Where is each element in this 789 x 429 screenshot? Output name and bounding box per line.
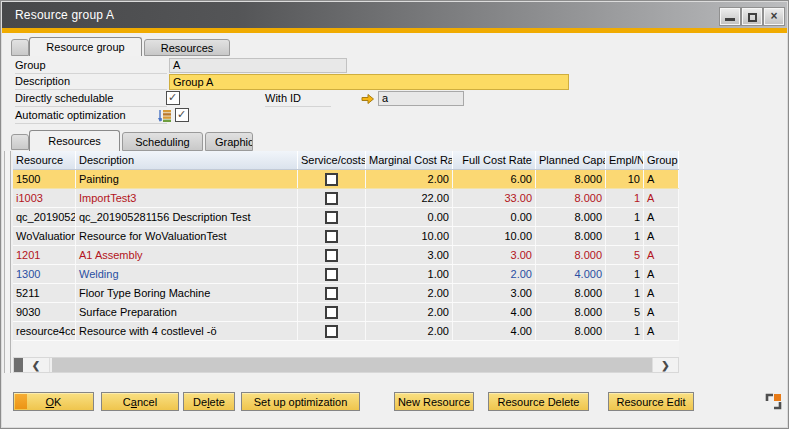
set-up-optimization-button[interactable]: Set up optimization — [241, 392, 360, 411]
column-header-marginal-cost-rate[interactable]: Marginal Cost Rate — [366, 151, 453, 169]
column-header-full-cost-rate[interactable]: Full Cost Rate — [453, 151, 536, 169]
scroll-right-button[interactable]: ❯ — [652, 358, 678, 372]
table-row[interactable]: resource4cosResource with 4 costlevel -ö… — [13, 322, 679, 341]
service-costs-checkbox[interactable] — [325, 249, 338, 262]
scrollbar-thumb[interactable] — [52, 358, 654, 372]
table-cell[interactable]: WoValuationT — [13, 227, 76, 245]
new-resource-button[interactable]: New Resource — [394, 392, 474, 411]
table-cell[interactable]: 8.000 — [536, 246, 606, 264]
table-cell[interactable]: resource4cos — [13, 322, 76, 340]
service-costs-cell[interactable] — [298, 170, 366, 188]
tab-resources[interactable]: Resources — [144, 39, 230, 56]
table-row[interactable]: 9030Surface Preparation2.004.008.0005A — [13, 303, 679, 322]
resource-edit-button[interactable]: Resource Edit — [608, 392, 694, 411]
group-field[interactable]: A — [169, 58, 347, 73]
service-costs-cell[interactable] — [298, 246, 366, 264]
table-cell[interactable]: 1 — [606, 208, 644, 226]
table-row[interactable]: i1003ImportTest322.0033.008.0001A — [13, 189, 679, 208]
service-costs-cell[interactable] — [298, 322, 366, 340]
service-costs-cell[interactable] — [298, 265, 366, 283]
resize-corner-icon[interactable] — [765, 393, 782, 410]
table-cell[interactable]: 2.00 — [366, 284, 453, 302]
table-cell[interactable]: 3.00 — [453, 246, 536, 264]
table-cell[interactable]: qc_201905281156 Description Test — [76, 208, 298, 226]
table-cell[interactable]: 4.000 — [536, 265, 606, 283]
table-cell[interactable]: 2.00 — [366, 322, 453, 340]
table-cell[interactable]: A — [644, 189, 679, 207]
with-id-field[interactable]: a — [378, 91, 464, 106]
resource-delete-button[interactable]: Resource Delete — [488, 392, 589, 411]
scrollbar-position-block[interactable] — [14, 358, 23, 372]
maximize-button[interactable] — [742, 8, 762, 25]
table-cell[interactable]: ImportTest3 — [76, 189, 298, 207]
sub-tab-graphic[interactable]: Graphic — [205, 132, 253, 151]
table-cell[interactable]: 2.00 — [453, 265, 536, 283]
table-cell[interactable]: 1 — [606, 322, 644, 340]
table-cell[interactable]: A — [644, 322, 679, 340]
service-costs-checkbox[interactable] — [325, 211, 338, 224]
table-cell[interactable]: 8.000 — [536, 303, 606, 321]
delete-button[interactable]: Delete — [183, 392, 235, 411]
column-header-planned-capaci[interactable]: Planned Capaci — [536, 151, 606, 169]
table-cell[interactable]: 4.00 — [453, 322, 536, 340]
column-header-service-costs[interactable]: Service/costs — [298, 151, 366, 169]
service-costs-checkbox[interactable] — [325, 268, 338, 281]
table-cell[interactable]: 8.000 — [536, 170, 606, 188]
table-cell[interactable]: 33.00 — [453, 189, 536, 207]
service-costs-checkbox[interactable] — [325, 287, 338, 300]
service-costs-cell[interactable] — [298, 227, 366, 245]
service-costs-cell[interactable] — [298, 208, 366, 226]
tab-resource-group[interactable]: Resource group — [29, 37, 142, 56]
column-header-empl-no-[interactable]: Empl/No. — [606, 151, 644, 169]
description-field[interactable]: Group A — [169, 74, 569, 90]
table-cell[interactable]: Resource with 4 costlevel -ö — [76, 322, 298, 340]
table-cell[interactable]: Painting — [76, 170, 298, 188]
table-row[interactable]: 5211Floor Type Boring Machine2.003.008.0… — [13, 284, 679, 303]
table-cell[interactable]: 4.00 — [453, 303, 536, 321]
table-cell[interactable]: Resource for WoValuationTest — [76, 227, 298, 245]
table-cell[interactable]: 10.00 — [453, 227, 536, 245]
table-cell[interactable]: 0.00 — [453, 208, 536, 226]
minimize-button[interactable] — [720, 8, 740, 25]
table-row[interactable]: 1500Painting2.006.008.00010A — [13, 170, 679, 189]
service-costs-checkbox[interactable] — [325, 306, 338, 319]
table-cell[interactable]: A — [644, 284, 679, 302]
table-cell[interactable]: 6.00 — [453, 170, 536, 188]
table-cell[interactable]: 2.00 — [366, 170, 453, 188]
table-cell[interactable]: i1003 — [13, 189, 76, 207]
table-cell[interactable]: 1 — [606, 284, 644, 302]
table-cell[interactable]: 5 — [606, 303, 644, 321]
service-costs-cell[interactable] — [298, 189, 366, 207]
table-cell[interactable]: A1 Assembly — [76, 246, 298, 264]
service-costs-cell[interactable] — [298, 303, 366, 321]
table-cell[interactable]: 8.000 — [536, 189, 606, 207]
optimization-list-icon[interactable] — [157, 109, 172, 123]
table-cell[interactable]: 1 — [606, 189, 644, 207]
table-cell[interactable]: Welding — [76, 265, 298, 283]
title-bar[interactable]: Resource group A × — [2, 2, 787, 28]
table-cell[interactable]: A — [644, 303, 679, 321]
link-arrow-icon[interactable] — [361, 93, 375, 105]
table-cell[interactable]: A — [644, 208, 679, 226]
table-cell[interactable]: 3.00 — [453, 284, 536, 302]
table-cell[interactable]: 8.000 — [536, 208, 606, 226]
table-cell[interactable]: 3.00 — [366, 246, 453, 264]
table-cell[interactable]: 1.00 — [366, 265, 453, 283]
ok-button[interactable]: OK — [13, 392, 94, 411]
sub-tab-scheduling[interactable]: Scheduling — [122, 132, 203, 151]
column-header-group[interactable]: Group — [644, 151, 679, 169]
table-cell[interactable]: A — [644, 170, 679, 188]
table-cell[interactable]: Surface Preparation — [76, 303, 298, 321]
table-cell[interactable]: 0.00 — [366, 208, 453, 226]
table-cell[interactable]: 1 — [606, 265, 644, 283]
table-cell[interactable]: 1 — [606, 227, 644, 245]
automatic-optimization-checkbox[interactable] — [175, 108, 189, 122]
service-costs-checkbox[interactable] — [325, 230, 338, 243]
table-cell[interactable]: 10.00 — [366, 227, 453, 245]
table-cell[interactable]: 2.00 — [366, 303, 453, 321]
table-cell[interactable]: 1201 — [13, 246, 76, 264]
table-cell[interactable]: 10 — [606, 170, 644, 188]
close-button[interactable]: × — [764, 8, 784, 25]
table-row[interactable]: 1201A1 Assembly3.003.008.0005A — [13, 246, 679, 265]
scroll-left-button[interactable]: ❮ — [23, 358, 50, 372]
